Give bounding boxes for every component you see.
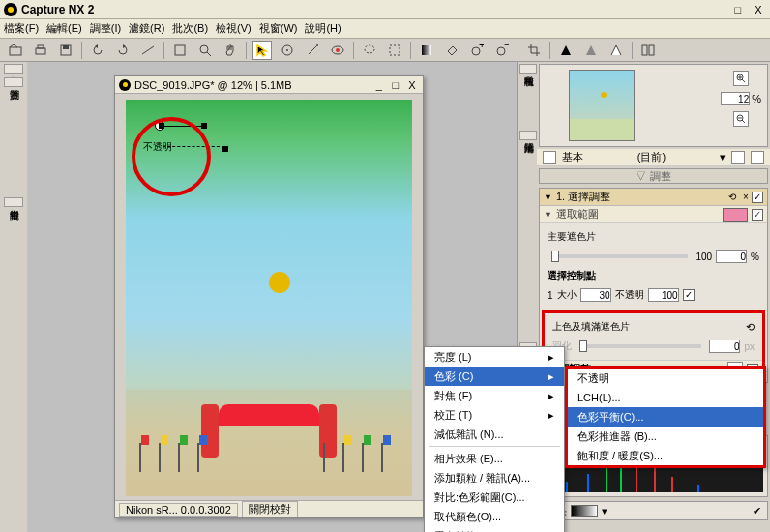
close-button[interactable]: X xyxy=(751,3,766,16)
main-mask-value[interactable] xyxy=(716,250,747,263)
tool-direct-select-icon[interactable] xyxy=(252,41,272,60)
tool-white-point-icon[interactable] xyxy=(607,41,626,60)
toolbar-sep xyxy=(518,42,518,59)
tool-redeye-icon[interactable] xyxy=(328,41,347,60)
zoom-out-icon[interactable] xyxy=(733,111,749,127)
svg-rect-0 xyxy=(10,47,21,55)
menu-item-color[interactable]: 色彩 (C)▸ xyxy=(425,367,564,386)
fill-reset-icon[interactable]: ⟲ xyxy=(746,321,755,334)
tool-brush-plus-icon[interactable]: + xyxy=(467,41,487,60)
point-enabled-checkbox[interactable] xyxy=(683,289,695,301)
tool-zoom-in-icon[interactable] xyxy=(195,41,215,60)
tool-lasso-icon[interactable] xyxy=(360,41,379,60)
tool-fill-icon[interactable] xyxy=(442,41,461,60)
tool-brush-minus-icon[interactable]: − xyxy=(492,41,512,60)
tool-black-point-icon[interactable] xyxy=(556,41,576,60)
feather-input[interactable] xyxy=(709,340,740,353)
menu-item-replace[interactable]: 取代顏色(O)... xyxy=(425,507,564,526)
document-canvas[interactable]: 不透明 xyxy=(126,100,412,496)
version-icon[interactable] xyxy=(543,151,556,164)
menu-help[interactable]: 說明(H) xyxy=(305,21,341,36)
zoom-value-input[interactable] xyxy=(721,92,750,105)
menu-file[interactable]: 檔案(F) xyxy=(4,21,39,36)
menu-window[interactable]: 視窗(W) xyxy=(259,21,298,36)
feather-slider[interactable] xyxy=(579,344,701,348)
tool-crop-icon[interactable] xyxy=(524,41,544,60)
submenu-item-lch[interactable]: LCH(L)... xyxy=(568,388,763,407)
tool-rotate-ccw-icon[interactable] xyxy=(88,41,107,60)
tool-save-icon[interactable] xyxy=(56,41,75,60)
tool-gray-point-icon[interactable] xyxy=(581,41,601,60)
toolbar-sep xyxy=(353,42,354,59)
svg-point-10 xyxy=(286,49,288,51)
menu-item-bw[interactable]: 黑白轉換(B)... xyxy=(425,526,564,532)
control-point-end[interactable] xyxy=(222,146,228,152)
maximize-button[interactable]: □ xyxy=(730,3,746,16)
left-panels: 資料夾 瀏覽器 中繼資料 xyxy=(0,62,27,532)
menu-item-brightness[interactable]: 亮度 (L)▸ xyxy=(425,347,564,367)
save-version-icon[interactable] xyxy=(751,151,764,164)
birdview-panel: % xyxy=(539,64,768,147)
toolbar-sep xyxy=(81,42,82,59)
new-step-icon[interactable] xyxy=(731,151,745,164)
main-mask-slider[interactable] xyxy=(551,254,688,258)
menu-item-focus[interactable]: 對焦 (F)▸ xyxy=(425,386,564,405)
step-reset-icon[interactable]: ⟲ xyxy=(726,192,738,203)
menu-item-grain[interactable]: 添加顆粒 / 雜訊(A)... xyxy=(425,468,564,488)
left-tab-browser[interactable]: 瀏覽器 xyxy=(4,77,23,87)
zoom-unit: % xyxy=(752,93,761,104)
tool-zoom-fit-icon[interactable] xyxy=(170,41,190,60)
tool-auto-retouch-icon[interactable] xyxy=(303,41,322,60)
submenu-item-opacity[interactable]: 不透明 xyxy=(568,369,763,388)
doc-minimize-button[interactable]: _ xyxy=(372,79,386,91)
doc-maximize-button[interactable]: □ xyxy=(389,79,402,91)
step-1-header[interactable]: ▼ 1. 選擇調整 ⟲ × xyxy=(540,189,767,206)
doc-close-button[interactable]: X xyxy=(405,79,419,91)
menu-item-contrast[interactable]: 對比:色彩範圍(C)... xyxy=(425,488,564,507)
result-apply-icon[interactable]: ✔ xyxy=(753,505,761,517)
tool-marquee-icon[interactable] xyxy=(385,41,404,60)
selection-range-header[interactable]: ▼ 選取範圍 xyxy=(540,206,767,223)
point-opacity-input[interactable] xyxy=(648,288,679,302)
tool-hand-icon[interactable] xyxy=(221,41,240,60)
menu-batch[interactable]: 批次(B) xyxy=(172,21,208,36)
left-tab-metadata[interactable]: 中繼資料 xyxy=(4,197,23,207)
tool-straighten-icon[interactable] xyxy=(138,41,158,60)
menu-edit[interactable]: 編輯(E) xyxy=(46,21,82,36)
collapse-adjustments[interactable]: ▽ 調整 xyxy=(539,168,768,184)
version-dropdown-icon[interactable]: ▾ xyxy=(720,151,726,163)
version-preset[interactable]: (目前) xyxy=(589,150,714,164)
status-proof[interactable]: 關閉校對 xyxy=(242,501,298,517)
control-point-end[interactable] xyxy=(201,123,207,129)
point-size-input[interactable] xyxy=(580,288,611,302)
menu-item-noise[interactable]: 減低雜訊 (N)... xyxy=(425,425,564,444)
tool-print-icon[interactable] xyxy=(31,41,50,60)
menu-filter[interactable]: 濾鏡(R) xyxy=(129,21,164,36)
right-tab-editlist[interactable]: 編輯清單 xyxy=(519,131,537,140)
svg-rect-4 xyxy=(63,45,69,49)
menu-item-effects[interactable]: 相片效果 (E)... xyxy=(425,449,564,468)
submenu-item-color-booster[interactable]: 色彩推進器 (B)... xyxy=(568,427,763,446)
selection-checkbox[interactable] xyxy=(752,209,763,221)
step-enabled-checkbox[interactable] xyxy=(752,192,763,203)
tool-workspace-icon[interactable] xyxy=(638,41,658,60)
menu-adjust[interactable]: 調整(I) xyxy=(90,21,121,36)
tool-rotate-cw-icon[interactable] xyxy=(113,41,133,60)
selection-color-swatch[interactable] xyxy=(723,208,748,222)
svg-rect-22 xyxy=(649,45,654,55)
step-delete-icon[interactable]: × xyxy=(740,192,752,203)
preview-thumbnail[interactable] xyxy=(569,70,635,141)
zoom-in-icon[interactable] xyxy=(733,71,749,86)
menu-item-correct[interactable]: 校正 (T)▸ xyxy=(425,405,564,425)
submenu-item-color-balance[interactable]: 色彩平衡(C)... xyxy=(568,407,763,427)
tool-color-point-icon[interactable] xyxy=(278,41,297,60)
tool-open-icon[interactable] xyxy=(6,41,25,60)
right-tab-birdview[interactable]: 鳥瞰檢視 xyxy=(519,64,537,74)
left-tab-folders[interactable]: 資料夾 xyxy=(4,64,23,74)
tool-gradient-icon[interactable] xyxy=(417,41,436,60)
menu-view[interactable]: 檢視(V) xyxy=(216,21,252,36)
control-point-label: 選擇控制點 xyxy=(548,269,596,282)
result-dropdown-icon[interactable]: ▾ xyxy=(602,505,607,517)
minimize-button[interactable]: _ xyxy=(710,3,726,16)
submenu-item-saturation-warmth[interactable]: 飽和度 / 暖度(S)... xyxy=(568,446,763,465)
